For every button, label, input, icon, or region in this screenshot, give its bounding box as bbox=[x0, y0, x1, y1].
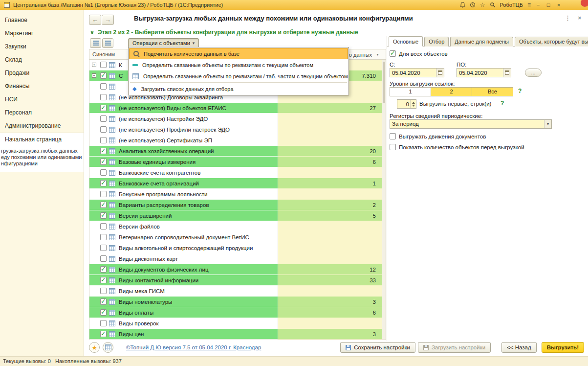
about-button[interactable] bbox=[103, 342, 113, 353]
level-button-1[interactable]: 1 bbox=[390, 87, 431, 96]
table-row[interactable]: (не используется) Сертификаты ЭП bbox=[89, 135, 382, 146]
date-to-input[interactable] bbox=[457, 69, 503, 77]
row-checkbox[interactable] bbox=[100, 159, 107, 165]
tab-0[interactable]: Основные bbox=[389, 36, 423, 46]
row-checkbox[interactable] bbox=[100, 83, 107, 90]
level-button-2[interactable]: 2 bbox=[431, 87, 472, 96]
sidebar-item-3[interactable]: Склад bbox=[0, 53, 84, 67]
row-checkbox[interactable] bbox=[100, 277, 107, 283]
table-row[interactable]: (не используется) Виды объектов ЕГАИС27 bbox=[89, 103, 382, 114]
table-row[interactable]: Виды оплаты6 bbox=[89, 307, 382, 318]
forward-nav-button[interactable]: → bbox=[102, 15, 114, 25]
table-row[interactable]: Виды дисконтных карт bbox=[89, 253, 382, 264]
table-row[interactable]: Версии файлов bbox=[89, 221, 382, 232]
table-row[interactable]: Виды проверок bbox=[89, 318, 382, 329]
menu-item-3[interactable]: ◆Загрузить список данных для отбора bbox=[129, 83, 348, 94]
table-row[interactable]: Базовые единицы измерения6 bbox=[89, 157, 382, 167]
save-settings-button[interactable]: Сохранить настройки bbox=[340, 342, 415, 353]
table-row[interactable]: (не используется) Настройки ЭДО bbox=[89, 114, 382, 124]
table-row[interactable]: Варианты распределения товаров2 bbox=[89, 200, 382, 210]
sidebar-item-0[interactable]: Главное bbox=[0, 14, 84, 27]
form-more-menu-icon[interactable]: ⋮ bbox=[565, 14, 571, 22]
first-rows-help-link[interactable]: ? bbox=[501, 100, 504, 107]
stage-header[interactable]: ∨ Этап 2 из 2 - Выберите объекты конфигу… bbox=[90, 29, 358, 36]
sidebar-open-window[interactable]: грузка-загрузка любых данныхеду похожими… bbox=[0, 147, 84, 168]
notifications-bell-icon[interactable] bbox=[460, 2, 465, 8]
table-row[interactable]: Аналитика хозяйственных операций20 bbox=[89, 146, 382, 157]
row-checkbox[interactable] bbox=[100, 245, 107, 251]
table-row[interactable]: Бонусные программы лояльности bbox=[89, 189, 382, 200]
row-checkbox[interactable] bbox=[100, 331, 107, 337]
column-header-synonym[interactable]: Синоним bbox=[92, 51, 115, 57]
row-checkbox[interactable] bbox=[100, 234, 107, 240]
table-row[interactable]: Версии расширений5 bbox=[89, 210, 382, 221]
row-checkbox[interactable] bbox=[100, 105, 107, 111]
menu-item-2[interactable]: Определить связанные объекты по реквизит… bbox=[129, 70, 348, 82]
row-checkbox[interactable] bbox=[100, 288, 107, 294]
row-checkbox[interactable] bbox=[100, 180, 107, 186]
date-from-input[interactable] bbox=[390, 69, 436, 77]
row-checkbox[interactable] bbox=[100, 126, 107, 133]
row-checkbox[interactable] bbox=[100, 202, 107, 208]
tab-2[interactable]: Данные для подмены bbox=[450, 37, 513, 46]
date-to-field[interactable] bbox=[457, 68, 511, 77]
table-row[interactable]: (не используется) Профили настроек ЭДО bbox=[89, 124, 382, 135]
menu-item-1[interactable]: Определить связанные объекты по реквизит… bbox=[129, 59, 348, 70]
copyright-link[interactable]: ©Топчий Д.Ю версия 7.5 от 05.04.2020 г. … bbox=[126, 344, 261, 350]
favorites-button[interactable]: ★ bbox=[89, 342, 100, 353]
back-button[interactable]: << Назад bbox=[501, 342, 537, 353]
row-checkbox[interactable] bbox=[100, 169, 107, 176]
row-checkbox[interactable] bbox=[100, 62, 107, 68]
operations-menu-button[interactable]: Операции с объектами ▾ bbox=[128, 38, 199, 48]
date-from-field[interactable] bbox=[390, 68, 444, 77]
row-checkbox[interactable] bbox=[100, 72, 107, 79]
sidebar-item-7[interactable]: Персонал bbox=[0, 106, 84, 119]
clear-all-flags-button[interactable] bbox=[102, 38, 113, 48]
level-button-Все[interactable]: Все bbox=[472, 87, 513, 96]
expand-icon[interactable]: + bbox=[92, 63, 96, 67]
current-user[interactable]: РобоТЦБ bbox=[500, 2, 523, 8]
spinner-arrows-icon[interactable] bbox=[410, 100, 416, 108]
row-checkbox[interactable] bbox=[100, 309, 107, 316]
menu-item-0[interactable]: Подсчитать количество данных в базе bbox=[129, 48, 348, 59]
tab-1[interactable]: Отбор bbox=[424, 37, 449, 46]
table-row[interactable]: Виды алкогольной и спиртосодержащей прод… bbox=[89, 243, 382, 253]
row-checkbox[interactable] bbox=[100, 255, 107, 262]
more-dates-button[interactable]: ... bbox=[525, 69, 542, 77]
row-checkbox[interactable] bbox=[100, 94, 107, 100]
row-checkbox[interactable] bbox=[100, 298, 107, 305]
collapse-icon[interactable]: − bbox=[92, 73, 96, 78]
history-icon[interactable] bbox=[470, 2, 476, 8]
minimize-button[interactable]: − bbox=[535, 2, 541, 8]
sidebar-item-6[interactable]: НСИ bbox=[0, 93, 84, 106]
search-icon[interactable] bbox=[490, 2, 496, 8]
load-settings-button[interactable]: Загрузить настройки bbox=[418, 342, 491, 353]
row-checkbox[interactable] bbox=[100, 223, 107, 229]
vertical-scrollbar[interactable] bbox=[382, 60, 386, 340]
favorites-star-icon[interactable]: ☆ bbox=[480, 2, 485, 8]
for-all-objects-checkbox[interactable]: Для всех объектов bbox=[390, 50, 448, 57]
table-row[interactable]: Банковские счета контрагентов bbox=[89, 167, 382, 178]
row-checkbox[interactable] bbox=[100, 266, 107, 273]
scrollbar-thumb[interactable] bbox=[383, 62, 385, 103]
calendar-icon[interactable] bbox=[503, 69, 511, 77]
row-checkbox[interactable] bbox=[100, 137, 107, 143]
table-row[interactable]: Банковские счета организаций1 bbox=[89, 178, 382, 189]
table-row[interactable]: Виды контактной информации33 bbox=[89, 275, 382, 286]
row-checkbox[interactable] bbox=[100, 212, 107, 219]
row-checkbox[interactable] bbox=[100, 148, 107, 154]
table-row[interactable]: Виды цен3 bbox=[89, 329, 382, 340]
table-row[interactable]: Виды документов физических лиц12 bbox=[89, 264, 382, 275]
row-checkbox[interactable] bbox=[100, 115, 107, 122]
set-all-flags-button[interactable] bbox=[90, 38, 101, 48]
sidebar-item-5[interactable]: Финансы bbox=[0, 80, 84, 93]
form-close-icon[interactable]: × bbox=[578, 14, 582, 22]
row-checkbox[interactable] bbox=[100, 320, 107, 326]
first-rows-spinner[interactable] bbox=[397, 99, 416, 109]
chevron-down-icon[interactable]: ▾ bbox=[544, 120, 551, 128]
show-count-checkbox[interactable]: Показать количество объектов перед выгру… bbox=[390, 144, 524, 150]
calendar-icon[interactable] bbox=[436, 69, 444, 77]
table-row[interactable]: Ветеринарно-сопроводительный документ Ве… bbox=[89, 232, 382, 243]
first-rows-input[interactable] bbox=[397, 100, 410, 108]
sidebar-item-2[interactable]: Закупки bbox=[0, 40, 84, 53]
